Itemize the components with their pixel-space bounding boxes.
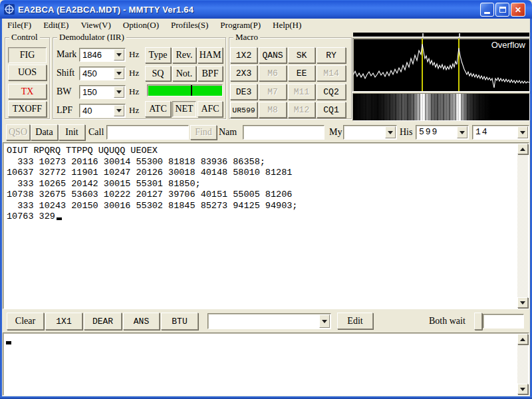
control-group-label: Control xyxy=(9,32,40,43)
edit-button[interactable]: Edit xyxy=(337,313,373,329)
ham-button[interactable]: HAM xyxy=(198,47,223,63)
shift-label: Shift xyxy=(57,68,74,78)
menu-program[interactable]: Program(P) xyxy=(214,20,267,31)
my-rst-combobox[interactable] xyxy=(343,125,397,140)
menu-help[interactable]: Help(H) xyxy=(267,20,307,31)
not-button[interactable]: Not. xyxy=(172,66,196,81)
bw-unit: Hz xyxy=(129,86,139,97)
chevron-down-icon xyxy=(116,72,122,75)
waterfall-display[interactable] xyxy=(352,93,530,121)
fft-spectrum-display[interactable]: Overflow xyxy=(352,38,530,92)
menu-view[interactable]: View(V) xyxy=(74,20,116,31)
dear-button[interactable]: DEAR xyxy=(84,313,122,330)
uos-button[interactable]: UOS xyxy=(8,65,47,80)
window-border-left xyxy=(0,19,2,399)
scroll-up-button[interactable] xyxy=(517,144,528,154)
arrow-up-icon xyxy=(520,338,525,341)
btu-button[interactable]: BTU xyxy=(161,313,198,330)
macro-button-cq2[interactable]: CQ2 xyxy=(317,84,346,100)
macro-button-2x3[interactable]: 2X3 xyxy=(230,65,257,81)
tx-button[interactable]: TX xyxy=(8,84,47,99)
wait-slider-thumb[interactable] xyxy=(474,313,482,330)
rev-button[interactable]: Rev. xyxy=(172,47,196,63)
mark-combobox[interactable]: 1846 xyxy=(79,48,126,62)
ans-button[interactable]: ANS xyxy=(123,313,160,330)
clear-button[interactable]: Clear xyxy=(7,313,44,330)
window-border-bottom xyxy=(0,396,532,399)
rx-scrollbar[interactable] xyxy=(517,144,528,308)
net-button[interactable]: NET xyxy=(172,101,196,117)
close-button[interactable]: ✕ xyxy=(511,3,525,17)
band-dropdown-button[interactable] xyxy=(517,126,528,138)
menu-profiles[interactable]: Profiles(S) xyxy=(165,20,214,31)
find-button: Find xyxy=(190,125,217,140)
my-rst-dropdown-button[interactable] xyxy=(385,126,396,138)
mark-dropdown-button[interactable] xyxy=(114,49,124,61)
call-input[interactable] xyxy=(106,125,189,140)
rx-line: 333 10273 20116 30014 55300 81818 83936 … xyxy=(7,157,515,168)
minimize-button[interactable] xyxy=(480,3,494,17)
tx-cursor xyxy=(6,341,11,344)
rx-line: 10763 329 xyxy=(7,211,515,223)
sq-button[interactable]: SQ xyxy=(145,66,171,81)
squelch-level-meter[interactable] xyxy=(147,84,223,96)
atc-button[interactable]: ATC xyxy=(145,101,171,117)
scroll-down-button[interactable] xyxy=(517,297,528,308)
fig-button[interactable]: FIG xyxy=(8,47,47,63)
chevron-down-icon xyxy=(116,53,122,57)
scroll-down-button[interactable] xyxy=(517,384,528,394)
lpf-dropdown-button[interactable] xyxy=(114,105,124,116)
lpf-label: LPF xyxy=(57,105,72,116)
rx-line: 10738 32675 53603 10222 20127 39706 4015… xyxy=(7,190,515,201)
shift-dropdown-button[interactable] xyxy=(114,68,124,79)
macro-edit-dropdown-button[interactable] xyxy=(319,315,330,328)
arrow-down-icon xyxy=(520,301,525,305)
type-button[interactable]: Type xyxy=(145,47,171,63)
macro-button-de3[interactable]: DE3 xyxy=(230,84,257,100)
chevron-down-icon xyxy=(388,131,393,134)
nam-input[interactable] xyxy=(243,125,325,140)
maximize-icon xyxy=(499,7,506,13)
afc-button[interactable]: AFC xyxy=(198,101,223,117)
lpf-combobox[interactable]: 40 xyxy=(79,104,126,118)
macro-button-m11: M11 xyxy=(288,84,315,100)
tx-text-area[interactable] xyxy=(3,332,529,396)
wait-slider-track[interactable] xyxy=(483,314,524,329)
macro-edit-combobox[interactable] xyxy=(207,313,331,329)
overflow-indicator: Overflow xyxy=(491,40,525,50)
title-bar: EA2BCA (EA2BCA.MDT) - MMTTY Ver1.64 ✕ xyxy=(0,0,532,19)
menu-file[interactable]: File(F) xyxy=(1,20,37,31)
bw-dropdown-button[interactable] xyxy=(114,86,124,98)
1x1-button[interactable]: 1X1 xyxy=(45,313,82,330)
menu-option[interactable]: Option(O) xyxy=(117,20,165,31)
macro-button-ur599[interactable]: UR599 xyxy=(230,102,257,118)
txoff-button[interactable]: TXOFF xyxy=(8,101,47,117)
macro-button-ry[interactable]: RY xyxy=(317,47,346,63)
rx-line: 10637 32772 11901 10247 20126 30018 4014… xyxy=(7,168,515,179)
waterfall-streaks xyxy=(353,94,529,120)
init-button[interactable]: Init xyxy=(59,124,85,140)
maximize-button[interactable] xyxy=(495,3,509,17)
scroll-up-button[interactable] xyxy=(517,334,528,344)
shift-combobox[interactable]: 450 xyxy=(79,66,126,80)
bpf-button[interactable]: BPF xyxy=(198,66,223,81)
arrow-down-icon xyxy=(520,388,525,391)
macro-button-qans[interactable]: QANS xyxy=(259,47,287,63)
mark-unit: Hz xyxy=(129,49,139,60)
rx-text-area[interactable]: OIUT RPQRQ TTPPQ UQUQQ UEOEX 333 10273 2… xyxy=(3,142,529,309)
mark-label: Mark xyxy=(57,49,76,60)
data-button[interactable]: Data xyxy=(31,124,58,140)
macro-button-1x2[interactable]: 1X2 xyxy=(230,47,257,63)
his-rst-dropdown-button[interactable] xyxy=(457,126,467,138)
menu-edit[interactable]: Edit(E) xyxy=(37,20,74,31)
band-combobox[interactable]: 14 xyxy=(472,125,529,140)
his-rst-combobox[interactable]: 599 xyxy=(416,125,469,140)
macro-button-ee[interactable]: EE xyxy=(288,65,315,81)
macro-button-cq1[interactable]: CQ1 xyxy=(317,102,346,118)
bw-combobox[interactable]: 150 xyxy=(79,85,126,99)
tx-scrollbar[interactable] xyxy=(517,334,528,394)
macro-button-m14: M14 xyxy=(317,65,346,81)
app-icon[interactable] xyxy=(4,4,15,15)
minimize-icon xyxy=(484,12,490,14)
macro-button-sk[interactable]: SK xyxy=(288,47,315,63)
